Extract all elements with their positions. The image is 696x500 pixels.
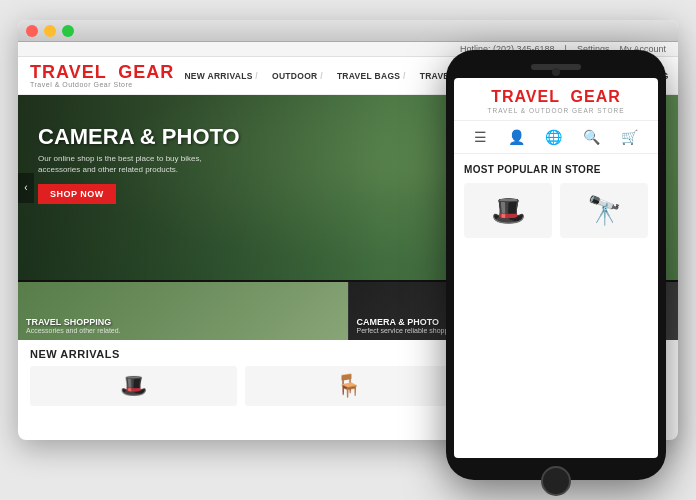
mobile-home-button[interactable] bbox=[541, 466, 571, 496]
mobile-logo-subtitle: TRAVEL & OUTDOOR GEAR STORE bbox=[464, 107, 648, 114]
nav-outdoor[interactable]: OUTDOOR bbox=[272, 71, 323, 81]
sub-banner-2-content: CAMERA & PHOTO Perfect service reliable … bbox=[357, 317, 460, 334]
mobile-product-img-1: 🎩 bbox=[464, 183, 552, 238]
sub-banner-1-content: TRAVEL SHOPPING Accessories and other re… bbox=[26, 317, 121, 334]
carousel-prev-button[interactable]: ‹ bbox=[18, 173, 34, 203]
mobile-product-2[interactable]: 🔭 bbox=[560, 183, 648, 238]
minimize-dot[interactable] bbox=[44, 25, 56, 37]
nav-new-arrivals[interactable]: NEW ARRIVALS bbox=[184, 71, 258, 81]
mobile-section-title: MOST POPULAR IN STORE bbox=[464, 164, 648, 175]
mobile-content: MOST POPULAR IN STORE 🎩 🔭 bbox=[454, 154, 658, 248]
mobile-device: TRAVEL GEAR TRAVEL & OUTDOOR GEAR STORE … bbox=[446, 50, 666, 480]
mobile-menu-icon[interactable]: ☰ bbox=[474, 129, 487, 145]
title-bar bbox=[18, 20, 678, 42]
product-card-2[interactable]: 🪑 bbox=[245, 366, 452, 409]
logo-brand1: TRAVEL bbox=[30, 62, 106, 82]
sub-banner-1-desc: Accessories and other related. bbox=[26, 327, 121, 334]
site-logo[interactable]: TRAVEL GEAR Travel & Outdoor Gear Store bbox=[30, 63, 174, 88]
sub-banner-travel-shopping[interactable]: TRAVEL SHOPPING Accessories and other re… bbox=[18, 282, 349, 340]
mobile-globe-icon[interactable]: 🌐 bbox=[545, 129, 562, 145]
mobile-screen: TRAVEL GEAR TRAVEL & OUTDOOR GEAR STORE … bbox=[454, 78, 658, 458]
close-dot[interactable] bbox=[26, 25, 38, 37]
mobile-product-img-2: 🔭 bbox=[560, 183, 648, 238]
mobile-logo-brand2: GEAR bbox=[571, 88, 621, 105]
product-card-1[interactable]: 🎩 bbox=[30, 366, 237, 409]
mobile-cart-icon[interactable]: 🛒 bbox=[621, 129, 638, 145]
sub-banner-1-title: TRAVEL SHOPPING bbox=[26, 317, 121, 327]
mobile-product-1[interactable]: 🎩 bbox=[464, 183, 552, 238]
logo-brand2: GEAR bbox=[118, 62, 174, 82]
mobile-search-icon[interactable]: 🔍 bbox=[583, 129, 600, 145]
nav-travel-bags[interactable]: TRAVEL BAGS bbox=[337, 71, 406, 81]
mobile-nav-icons: ☰ 👤 🌐 🔍 🛒 bbox=[454, 121, 658, 154]
mobile-products-row: 🎩 🔭 bbox=[464, 183, 648, 238]
product-img-1: 🎩 bbox=[30, 366, 237, 406]
mobile-logo-title: TRAVEL GEAR bbox=[464, 88, 648, 106]
mobile-camera bbox=[552, 68, 560, 76]
mobile-user-icon[interactable]: 👤 bbox=[508, 129, 525, 145]
logo-subtitle: Travel & Outdoor Gear Store bbox=[30, 81, 174, 88]
hero-description: Our online shop is the best place to buy… bbox=[38, 153, 218, 175]
sub-banner-2-title: CAMERA & PHOTO bbox=[357, 317, 460, 327]
shop-now-button[interactable]: SHOP NOW bbox=[38, 184, 116, 204]
hero-content: CAMERA & PHOTO Our online shop is the be… bbox=[38, 125, 240, 204]
mobile-logo-brand1: TRAVEL bbox=[491, 88, 560, 105]
product-img-2: 🪑 bbox=[245, 366, 452, 406]
hero-title: CAMERA & PHOTO bbox=[38, 125, 240, 149]
mobile-header: TRAVEL GEAR TRAVEL & OUTDOOR GEAR STORE bbox=[454, 78, 658, 121]
logo-title: TRAVEL GEAR bbox=[30, 63, 174, 81]
maximize-dot[interactable] bbox=[62, 25, 74, 37]
sub-banner-2-desc: Perfect service reliable shopping. bbox=[357, 327, 460, 334]
